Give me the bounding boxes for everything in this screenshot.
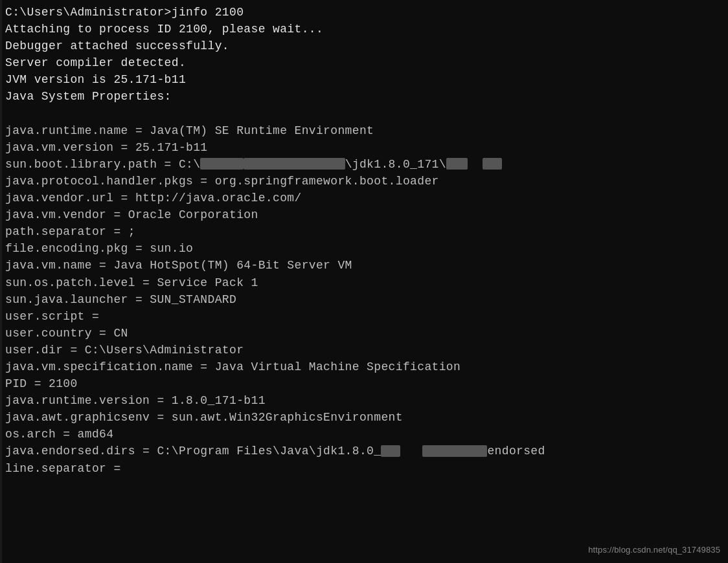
line-vm-spec-name: java.vm.specification.name = Java Virtua…: [5, 359, 723, 375]
line-protocol-handler: java.protocol.handler.pkgs = org.springf…: [5, 173, 723, 190]
line-blank1: [5, 105, 723, 122]
line-endorsed-dirs: java.endorsed.dirs = C:\Program Files\Ja…: [5, 443, 723, 459]
redacted-path-4: [483, 158, 502, 170]
line-line-sep: line.separator =: [5, 460, 723, 477]
line-path-sep: path.separator = ;: [5, 223, 723, 240]
line-vendor-url: java.vendor.url = http://java.oracle.com…: [5, 190, 723, 206]
line-debugger: Debugger attached successfully.: [5, 38, 723, 54]
line-user-country: user.country = CN: [5, 325, 723, 342]
line-attaching: Attaching to process ID 2100, please wai…: [5, 21, 723, 38]
line-awt-graphicsenv: java.awt.graphicsenv = sun.awt.Win32Grap…: [5, 409, 723, 426]
line-user-script: user.script =: [5, 308, 723, 325]
line-vm-version: java.vm.version = 25.171-b11: [5, 139, 723, 156]
line-jvm-version: JVM version is 25.171-b11: [5, 71, 723, 88]
line-pid: PID = 2100: [5, 375, 723, 392]
redacted-endorsed-2: [422, 445, 487, 457]
left-border: [0, 0, 2, 563]
line-cmd: C:\Users\Administrator>jinfo 2100: [5, 4, 723, 21]
line-os-arch: os.arch = amd64: [5, 426, 723, 443]
line-boot-lib-path: sun.boot.library.path = C:\ \jdk1.8.0_17…: [5, 156, 723, 173]
line-file-encoding-pkg: file.encoding.pkg = sun.io: [5, 240, 723, 257]
line-user-dir: user.dir = C:\Users\Administrator: [5, 342, 723, 359]
line-vm-vendor: java.vm.vendor = Oracle Corporation: [5, 206, 723, 223]
line-java-launcher: sun.java.launcher = SUN_STANDARD: [5, 291, 723, 308]
line-java-sys-props: Java System Properties:: [5, 88, 723, 105]
watermark: https://blog.csdn.net/qq_31749835: [588, 544, 720, 557]
redacted-endorsed-1: [381, 445, 400, 457]
redacted-path-1: [200, 158, 244, 170]
line-runtime-name: java.runtime.name = Java(TM) SE Runtime …: [5, 122, 723, 139]
terminal-window: C:\Users\Administrator>jinfo 2100 Attach…: [0, 0, 728, 563]
redacted-path-2: [244, 158, 345, 170]
line-os-patch-level: sun.os.patch.level = Service Pack 1: [5, 274, 723, 291]
line-runtime-version: java.runtime.version = 1.8.0_171-b11: [5, 392, 723, 409]
line-server-compiler: Server compiler detected.: [5, 54, 723, 71]
line-vm-name: java.vm.name = Java HotSpot(TM) 64-Bit S…: [5, 257, 723, 274]
redacted-path-3: [446, 158, 468, 170]
